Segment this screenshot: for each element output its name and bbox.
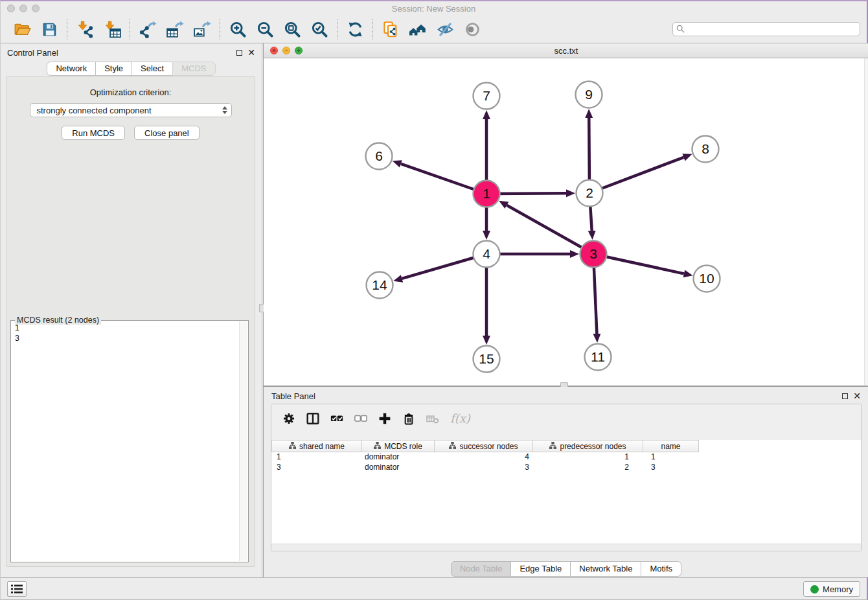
zoom-fit-icon[interactable] [283, 20, 301, 38]
refresh-layout-icon[interactable] [346, 20, 364, 38]
status-bar: Memory [1, 577, 867, 599]
tab-mcds[interactable]: MCDS [172, 62, 215, 76]
task-history-button[interactable] [7, 581, 27, 597]
network-canvas[interactable]: 7968124314101511 [264, 58, 868, 385]
float-panel-icon[interactable] [842, 393, 848, 399]
tab-style[interactable]: Style [95, 62, 132, 76]
table-cell: 3 [643, 463, 699, 473]
toolbar-group [130, 20, 220, 38]
open-folder-icon[interactable] [13, 20, 31, 38]
criterion-select[interactable]: strongly connected component [30, 103, 232, 117]
import-network-icon[interactable] [76, 20, 94, 38]
column-header-label: shared name [299, 442, 345, 451]
memory-button[interactable]: Memory [803, 581, 860, 597]
tab-select[interactable]: Select [131, 62, 173, 76]
table-panel: Table Panel ✕ f(x) shared nameMCDS roles… [264, 387, 868, 577]
main-area: Control Panel ✕ NetworkStyleSelectMCDS O… [1, 43, 867, 577]
graph-node-14[interactable]: 14 [367, 272, 393, 299]
svg-text:14: 14 [372, 277, 387, 292]
mcds-result-list: 13 [11, 321, 248, 562]
column-type-icon [289, 442, 296, 451]
table-row[interactable]: 3dominator323 [271, 463, 861, 473]
column-type-icon [374, 442, 381, 451]
column-header-predecessor-nodes[interactable]: predecessor nodes [533, 440, 643, 452]
window-title: Session: New Session [1, 4, 867, 14]
export-image-icon[interactable] [193, 20, 211, 38]
select-all-icon[interactable] [330, 412, 343, 425]
app-window: Session: New Session Control Panel ✕ Net… [0, 0, 868, 600]
tab-network-table[interactable]: Network Table [570, 561, 641, 577]
float-panel-icon[interactable] [236, 50, 242, 56]
graph-edge-2-8[interactable] [589, 157, 683, 193]
tab-edge-table[interactable]: Edge Table [510, 561, 571, 577]
graph-node-9[interactable]: 9 [576, 82, 602, 108]
hide-visual-icon[interactable] [436, 20, 454, 38]
control-panel-header: Control Panel ✕ [1, 43, 262, 62]
mcds-panel: Optimization criterion: strongly connect… [6, 76, 255, 567]
table-cell: 1 [271, 452, 362, 463]
column-header-name[interactable]: name [643, 440, 699, 452]
svg-text:15: 15 [479, 351, 494, 366]
graph-node-11[interactable]: 11 [585, 344, 611, 371]
mcds-result-item: 3 [15, 333, 244, 343]
table-toolbar: f(x) [271, 404, 861, 440]
graph-node-8[interactable]: 8 [692, 136, 719, 163]
network-window-title: scc.txt [264, 46, 868, 56]
svg-text:9: 9 [585, 87, 593, 102]
graph-node-2[interactable]: 2 [577, 180, 603, 207]
svg-text:11: 11 [591, 349, 605, 364]
column-header-label: MCDS role [384, 442, 422, 451]
show-preview-icon[interactable] [463, 20, 481, 38]
tab-node-table[interactable]: Node Table [451, 561, 512, 577]
graph-node-7[interactable]: 7 [474, 83, 500, 110]
mcds-result-box[interactable]: MCDS result (2 nodes) 13 [10, 320, 249, 562]
graph-node-10[interactable]: 10 [694, 266, 720, 292]
list-icon [11, 584, 23, 594]
gear-icon[interactable] [282, 412, 295, 425]
graph-edge-3-1[interactable] [507, 205, 593, 254]
column-header-successor-nodes[interactable]: successor nodes [435, 440, 533, 452]
result-scrollbar[interactable] [239, 321, 247, 561]
import-table-icon[interactable] [103, 20, 121, 38]
delete-row-icon[interactable] [402, 412, 415, 425]
table-panel-header: Table Panel ✕ [264, 387, 868, 405]
home-icon[interactable] [409, 20, 427, 38]
toolbar-group [220, 20, 337, 38]
graph-node-3[interactable]: 3 [580, 241, 607, 268]
table-cell: dominator [362, 452, 435, 463]
add-row-icon[interactable] [378, 412, 391, 425]
tab-network[interactable]: Network [47, 62, 96, 76]
close-panel-button[interactable]: Close panel [134, 126, 200, 140]
search-input[interactable] [672, 22, 860, 36]
column-header-shared-name[interactable]: shared name [271, 440, 362, 452]
column-header-label: name [661, 442, 680, 451]
graph-node-15[interactable]: 15 [474, 346, 500, 373]
column-header-MCDS-role[interactable]: MCDS role [362, 440, 435, 452]
export-table-icon[interactable] [166, 20, 184, 38]
toolbar-group [67, 20, 130, 38]
export-network-icon[interactable] [139, 20, 157, 38]
split-columns-icon[interactable] [306, 412, 319, 425]
zoom-selected-icon[interactable] [310, 20, 328, 38]
unselect-all-icon[interactable] [354, 412, 367, 425]
run-mcds-button[interactable]: Run MCDS [62, 126, 125, 140]
copy-network-icon[interactable] [382, 20, 400, 38]
close-panel-icon[interactable]: ✕ [853, 391, 861, 400]
network-scrollbar[interactable] [864, 58, 868, 385]
table-panel-title: Table Panel [271, 391, 315, 401]
graph-node-6[interactable]: 6 [366, 143, 393, 170]
save-session-icon[interactable] [40, 20, 58, 38]
node-table-container: f(x) shared nameMCDS rolesuccessor nodes… [271, 404, 862, 551]
graph-node-1[interactable]: 1 [474, 181, 500, 207]
svg-text:7: 7 [483, 88, 490, 103]
svg-text:8: 8 [702, 141, 709, 156]
graph-node-4[interactable]: 4 [474, 241, 500, 268]
close-panel-icon[interactable]: ✕ [247, 48, 255, 57]
zoom-in-icon[interactable] [229, 20, 247, 38]
zoom-out-icon[interactable] [256, 20, 274, 38]
network-graph[interactable]: 7968124314101511 [264, 58, 868, 385]
table-horizontal-scrollbar[interactable] [271, 544, 861, 551]
table-row[interactable]: 1dominator411 [271, 452, 861, 463]
tab-motifs[interactable]: Motifs [641, 561, 681, 577]
search-icon [676, 25, 685, 35]
